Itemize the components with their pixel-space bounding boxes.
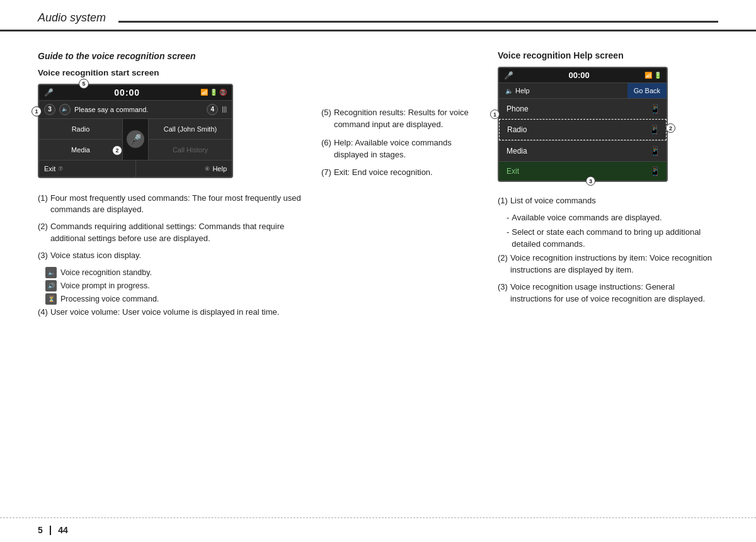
screen-ann-2: 2 bbox=[112, 145, 122, 155]
voice-start-screen-wrapper: 🎤 00:00 📶 🔋 📵 3 🔈 Please say a command. … bbox=[38, 84, 233, 188]
icon-row-processing: ⏳ Processing voice command. bbox=[45, 293, 302, 305]
help-button[interactable]: ⑥ Help bbox=[136, 161, 232, 177]
mic-icon: 🎤 bbox=[127, 130, 144, 148]
help-screen-section-title: Voice recognition Help screen bbox=[498, 50, 718, 60]
help-screen-wrapper: 🎤 00:00 📶 🔋 🔈 Help Go Back bbox=[498, 67, 668, 191]
help-list: Phone 📱 Radio 📱 Media 📱 bbox=[499, 98, 667, 161]
status-icons: 📶 🔋 📵 bbox=[200, 89, 227, 96]
guide-title: Guide to the voice recognition screen bbox=[38, 50, 302, 63]
radio-button[interactable]: Radio bbox=[39, 119, 122, 139]
standby-icon: 🔈 bbox=[45, 267, 57, 278]
phone-list-icon: 📱 bbox=[643, 100, 667, 118]
icon-row-prompt: 🔊 Voice prompt in progress. bbox=[45, 280, 302, 291]
screen-bottom-bar: Exit ⑦ ⑥ Help bbox=[39, 160, 232, 177]
help-sub-1a: - Available voice commands are displayed… bbox=[507, 212, 718, 224]
screen-time: 00:00 bbox=[114, 88, 140, 98]
help-row-media[interactable]: Media 📱 bbox=[499, 140, 667, 161]
help-desc-3: (3) Voice recognition usage instructions… bbox=[498, 281, 718, 305]
processing-icon: ⏳ bbox=[45, 293, 57, 305]
voice-volume: ||| bbox=[222, 106, 227, 113]
voice-start-screen-title: Voice recognition start screen bbox=[38, 68, 302, 77]
screen-ann-5: 5 bbox=[79, 79, 89, 89]
left-descriptions: (1) Four most frequently used commands: … bbox=[38, 193, 302, 319]
page-footer: 5 | 44 bbox=[0, 517, 756, 542]
help-speaker-icon: 🔈 bbox=[505, 88, 513, 94]
go-back-button[interactable]: Go Back bbox=[627, 83, 667, 98]
help-nav-help[interactable]: 🔈 Help bbox=[499, 83, 627, 98]
icon-row-standby: 🔈 Voice recognition standby. bbox=[45, 267, 302, 278]
help-sub-1b: - Select or state each command to bring … bbox=[507, 227, 718, 251]
exit-list-icon: 📱 bbox=[643, 162, 667, 180]
annotation-icon: 🔈 bbox=[59, 104, 71, 115]
media-list-icon: 📱 bbox=[643, 142, 667, 160]
media-button[interactable]: Media bbox=[39, 140, 122, 160]
help-desc-1: (1) List of voice commands bbox=[498, 195, 718, 207]
help-desc-2: (2) Voice recognition instructions by it… bbox=[498, 252, 718, 276]
left-column: Guide to the voice recognition screen Vo… bbox=[38, 50, 302, 324]
call-history-button[interactable]: Call History bbox=[149, 140, 232, 160]
call-smith-button[interactable]: Call (John Smith) bbox=[149, 119, 232, 139]
exit-annotation: ⑦ bbox=[58, 166, 63, 172]
footer-separator: | bbox=[49, 524, 52, 536]
help-ann-3: 3 bbox=[586, 176, 595, 186]
prompt-bar: 3 🔈 Please say a command. 4 ||| bbox=[39, 100, 232, 118]
command-buttons: Radio 🎤 Call (John Smith) Media Call His… bbox=[39, 118, 232, 160]
help-time: 00:00 bbox=[568, 71, 589, 80]
exit-button[interactable]: Exit ⑦ bbox=[39, 161, 135, 177]
help-nav-bar: 🔈 Help Go Back bbox=[499, 82, 667, 98]
main-content: Guide to the voice recognition screen Vo… bbox=[0, 31, 756, 336]
desc-item-4: (4) User voice volume: User voice volume… bbox=[38, 307, 302, 319]
mid-item-6: (6) Help: Available voice commands displ… bbox=[321, 137, 479, 161]
desc-item-1: (1) Four most frequently used commands: … bbox=[38, 193, 302, 217]
prompt-icon: 🔊 bbox=[45, 280, 57, 291]
help-voice-icon: 🎤 bbox=[504, 71, 513, 80]
help-status-icons: 📶 🔋 bbox=[644, 72, 662, 79]
mid-item-7: (7) Exit: End voice recognition. bbox=[321, 167, 479, 179]
help-screen: 🎤 00:00 📶 🔋 🔈 Help Go Back bbox=[498, 67, 668, 182]
help-topbar: 🎤 00:00 📶 🔋 bbox=[499, 68, 667, 82]
footer-page: 44 bbox=[58, 525, 68, 535]
voice-icon: 🎤 bbox=[44, 88, 54, 97]
help-row-radio[interactable]: Radio 📱 bbox=[499, 119, 667, 140]
desc-item-3: (3) Voice status icon display. bbox=[38, 250, 302, 262]
page-header: Audio system bbox=[0, 0, 756, 31]
header-divider bbox=[118, 21, 718, 23]
help-ann-1: 1 bbox=[490, 110, 500, 119]
help-ann-2: 2 bbox=[666, 123, 675, 133]
mic-center: 🎤 bbox=[123, 119, 148, 160]
radio-list-icon: 📱 bbox=[643, 121, 666, 138]
screen-ann-1: 1 bbox=[32, 106, 42, 116]
prompt-text: Please say a command. bbox=[74, 106, 203, 113]
help-row-phone[interactable]: Phone 📱 bbox=[499, 98, 667, 119]
page-title: Audio system bbox=[38, 11, 106, 25]
middle-column: (5) Recognition results: Results for voi… bbox=[302, 50, 479, 324]
right-column: Voice recognition Help screen 🎤 00:00 📶 … bbox=[479, 50, 718, 324]
annotation-4: 4 bbox=[207, 104, 218, 115]
screen-topbar: 🎤 00:00 📶 🔋 📵 bbox=[39, 85, 232, 100]
help-annotation: ⑥ bbox=[205, 166, 210, 172]
mid-item-5: (5) Recognition results: Results for voi… bbox=[321, 107, 479, 131]
help-exit-row[interactable]: Exit 📱 bbox=[499, 161, 667, 181]
help-descriptions: (1) List of voice commands - Available v… bbox=[498, 195, 718, 305]
annotation-3: 3 bbox=[44, 104, 55, 115]
footer-section: 5 bbox=[38, 525, 43, 535]
desc-item-2: (2) Commands requiring additional settin… bbox=[38, 221, 302, 245]
voice-start-screen: 🎤 00:00 📶 🔋 📵 3 🔈 Please say a command. … bbox=[38, 84, 233, 178]
